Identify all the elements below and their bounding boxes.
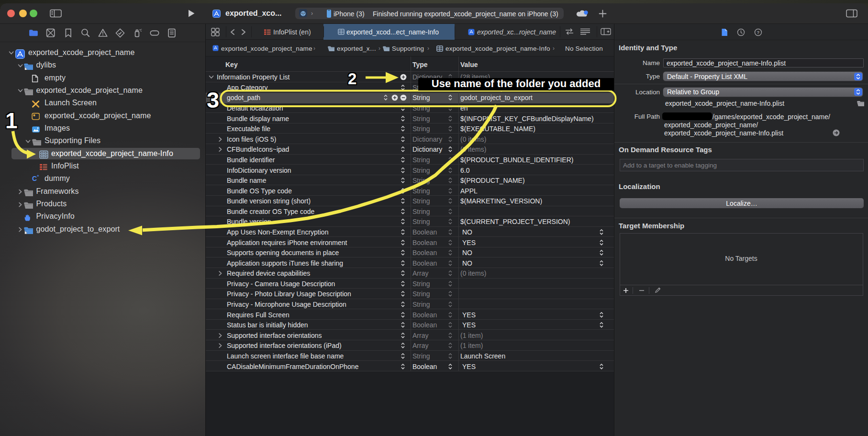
svg-text:?: ?: [757, 30, 760, 35]
